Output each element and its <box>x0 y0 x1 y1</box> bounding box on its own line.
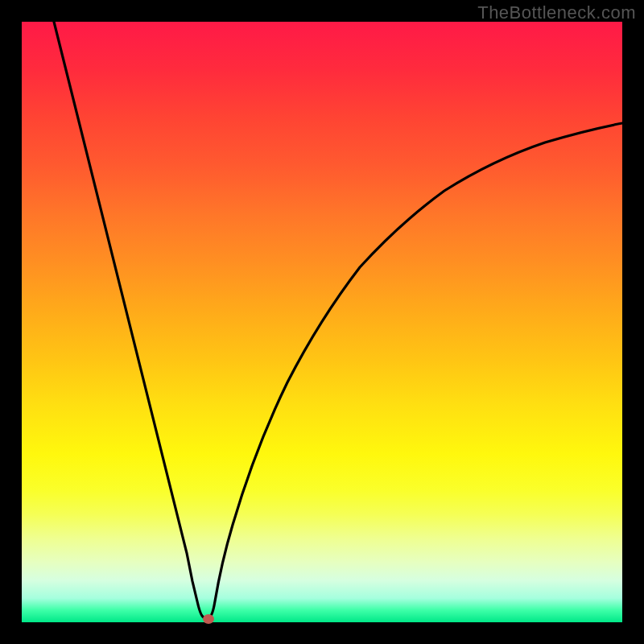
curve-path <box>54 22 622 617</box>
minimum-point-dot <box>203 614 214 624</box>
plot-area <box>22 22 622 622</box>
bottleneck-curve <box>22 22 622 622</box>
watermark-text: TheBottleneck.com <box>477 2 636 23</box>
chart-frame: TheBottleneck.com <box>0 0 644 644</box>
